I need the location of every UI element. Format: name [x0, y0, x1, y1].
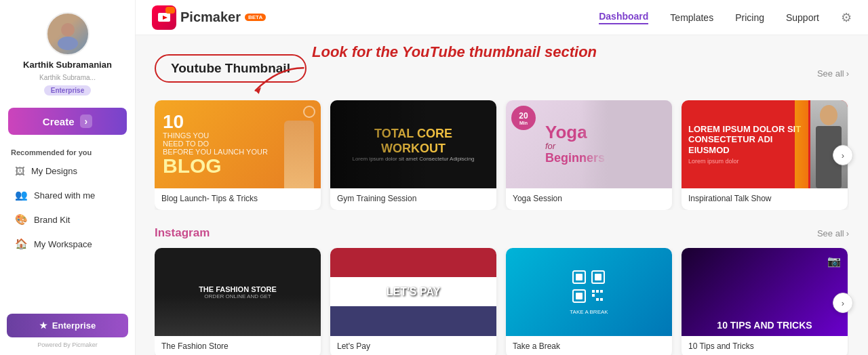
content-area: Look for the YouTube thumbnail section Y…: [136, 35, 868, 355]
card-label-fashion: The Fashion Store: [155, 336, 321, 355]
thumb-flag: LET'S PAY: [330, 248, 496, 336]
create-button[interactable]: Create ›: [8, 108, 127, 135]
svg-point-0: [61, 23, 75, 37]
brand-icon: 🎨: [15, 213, 28, 226]
qr-code-icon: [572, 270, 606, 304]
card-thumb-yoga: 20 Min Yoga for Beginners: [506, 100, 672, 188]
card-thumb-qr: TAKE A BREAK: [506, 248, 672, 336]
youtube-cards-wrapper: 10 THINGS YOU NEED TO DO BEFORE YOU LAUN…: [155, 100, 849, 210]
card-fashion-store[interactable]: THE FASHION STORE ORDER ONLINE AND GET T…: [155, 248, 321, 355]
thumb-qr: TAKE A BREAK: [506, 248, 672, 336]
card-label-blog: Blog Launch- Tips & Tricks: [155, 188, 321, 210]
svg-rect-18: [600, 298, 603, 301]
card-tips-tricks[interactable]: 📷 10 TIPS AND TRICKS 10 Tips and Tricks: [682, 248, 848, 355]
youtube-title: Youtube Thumbnail: [171, 61, 290, 76]
nav-support[interactable]: Support: [786, 12, 819, 23]
svg-rect-17: [596, 298, 599, 301]
settings-icon[interactable]: ⚙: [841, 10, 852, 25]
card-label-qr: Take a Break: [506, 336, 672, 355]
instagram-next-button[interactable]: ›: [833, 293, 853, 313]
profile-email: Karthik Subrama...: [39, 74, 96, 81]
card-thumb-tips: 📷 10 TIPS AND TRICKS: [682, 248, 848, 336]
create-chevron-icon: ›: [80, 114, 93, 128]
yoga-badge-num: 20: [519, 111, 528, 121]
svg-point-1: [58, 37, 78, 50]
sidebar-item-my-workspace[interactable]: 🏠 My Workspace: [4, 232, 131, 255]
card-label-gym: Gym Training Session: [330, 188, 496, 210]
youtube-cards-row: 10 THINGS YOU NEED TO DO BEFORE YOU LAUN…: [155, 100, 849, 210]
logo: Picmaker BETA: [152, 5, 266, 30]
gym-overlay: [330, 100, 496, 188]
thumb-insp: LOREM IPSUM DOLOR SIT CONSECTETUR ADI EI…: [682, 100, 848, 188]
nav-links: Dashboard Templates Pricing Support ⚙: [599, 10, 852, 25]
powered-by: Powered By Picmaker: [7, 341, 128, 348]
sidebar: Karthik Subramanian Karthik Subrama... E…: [0, 0, 136, 355]
yoga-badge: 20 Min: [511, 106, 536, 130]
youtube-section-header: Youtube Thumbnail See all ›: [155, 54, 849, 92]
card-inspirational-talk[interactable]: LOREM IPSUM DOLOR SIT CONSECTETUR ADI EI…: [682, 100, 848, 210]
card-blog-launch[interactable]: 10 THINGS YOU NEED TO DO BEFORE YOU LAUN…: [155, 100, 321, 210]
svg-point-5: [820, 105, 837, 125]
youtube-see-all[interactable]: See all ›: [817, 68, 849, 79]
avatar: [46, 12, 90, 56]
blog-word: BLOG: [163, 156, 268, 176]
svg-rect-13: [592, 290, 595, 293]
thumb-blog: 10 THINGS YOU NEED TO DO BEFORE YOU LAUN…: [155, 100, 321, 188]
sidebar-item-brand-kit[interactable]: 🎨 Brand Kit: [4, 208, 131, 231]
profile-name: Karthik Subramanian: [23, 60, 112, 70]
svg-rect-16: [592, 294, 595, 297]
thumb-tips: 📷 10 TIPS AND TRICKS: [682, 248, 848, 336]
instagram-see-all[interactable]: See all ›: [817, 228, 849, 238]
card-lets-pay[interactable]: LET'S PAY Let's Pay: [330, 248, 496, 355]
instagram-cards-wrapper: THE FASHION STORE ORDER ONLINE AND GET T…: [155, 248, 849, 355]
svg-rect-12: [576, 293, 583, 299]
create-label: Create: [43, 116, 75, 127]
card-thumb-fashion: THE FASHION STORE ORDER ONLINE AND GET: [155, 248, 321, 336]
enterprise-btn-label: Enterprise: [52, 320, 96, 331]
logo-icon: [152, 5, 176, 30]
sidebar-bottom: ★ Enterprise Powered By Picmaker: [0, 307, 135, 355]
see-all-chevron-icon: ›: [846, 68, 849, 79]
card-gym-training[interactable]: TOTAL CORE WORKOUT Lorem ipsum dolor sit…: [330, 100, 496, 210]
nav-pricing[interactable]: Pricing: [735, 12, 764, 23]
insp-yellow-strip: [795, 100, 808, 188]
thumb-fashion: THE FASHION STORE ORDER ONLINE AND GET: [155, 248, 321, 336]
sidebar-item-label: Shared with me: [34, 190, 95, 201]
card-yoga-session[interactable]: 20 Min Yoga for Beginners Yoga Session: [506, 100, 672, 210]
blog-line3: BEFORE YOU LAUNCH YOUR: [163, 148, 268, 156]
star-icon: ★: [39, 320, 47, 331]
main-content: Picmaker BETA Dashboard Templates Pricin…: [136, 0, 868, 355]
blog-person-shape: [284, 121, 314, 188]
instagram-cards-row: THE FASHION STORE ORDER ONLINE AND GET T…: [155, 248, 849, 355]
yoga-badge-unit: Min: [519, 121, 528, 125]
qr-text: TAKE A BREAK: [570, 309, 608, 315]
instagram-title: Instagram: [155, 226, 210, 240]
designs-icon: 🖼: [15, 165, 25, 177]
svg-rect-8: [576, 274, 583, 280]
instagram-see-all-chevron-icon: ›: [846, 228, 849, 238]
sidebar-item-my-designs[interactable]: 🖼 My Designs: [4, 160, 131, 182]
enterprise-badge: Enterprise: [44, 85, 91, 96]
logo-text: Picmaker: [180, 9, 241, 25]
thumb-gym: TOTAL CORE WORKOUT Lorem ipsum dolor sit…: [330, 100, 496, 188]
sidebar-item-shared-with-me[interactable]: 👥 Shared with me: [4, 184, 131, 207]
blog-circle-deco: [303, 106, 315, 118]
nav-dashboard[interactable]: Dashboard: [599, 11, 648, 24]
fashion-gradient: [155, 295, 321, 336]
beta-badge: BETA: [245, 14, 266, 21]
blog-line2: NEED TO DO: [163, 140, 268, 148]
sidebar-item-label: My Workspace: [34, 239, 92, 249]
youtube-next-button[interactable]: ›: [833, 145, 853, 165]
card-thumb-insp: LOREM IPSUM DOLOR SIT CONSECTETUR ADI EI…: [682, 100, 848, 188]
svg-rect-14: [596, 290, 599, 293]
instagram-section-header: Instagram See all ›: [155, 226, 849, 240]
blog-line1: THINGS YOU: [163, 131, 268, 140]
enterprise-button[interactable]: ★ Enterprise: [7, 314, 128, 337]
card-thumb-gym: TOTAL CORE WORKOUT Lorem ipsum dolor sit…: [330, 100, 496, 188]
topnav: Picmaker BETA Dashboard Templates Pricin…: [136, 0, 868, 35]
blog-num: 10: [163, 112, 268, 131]
nav-templates[interactable]: Templates: [670, 12, 713, 23]
recommended-label: Recommended for you: [0, 143, 135, 159]
profile-section: Karthik Subramanian Karthik Subrama... E…: [0, 0, 135, 102]
card-take-break[interactable]: TAKE A BREAK Take a Break: [506, 248, 672, 355]
